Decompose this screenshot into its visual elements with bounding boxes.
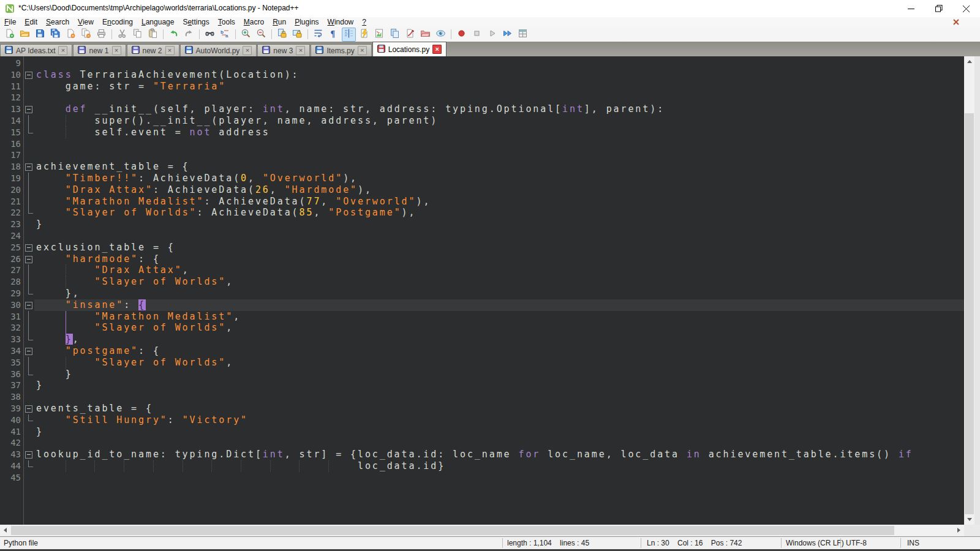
fold-collapse-icon[interactable] (24, 299, 34, 311)
fold-margin (24, 288, 34, 299)
find-button[interactable] (203, 28, 217, 42)
cut-button[interactable] (115, 28, 129, 42)
tab-close-icon[interactable]: × (165, 46, 175, 55)
tab-close-icon[interactable]: × (58, 46, 67, 55)
sync-horizontal-scrolling-button[interactable] (290, 28, 304, 42)
fold-collapse-icon[interactable] (24, 403, 34, 414)
status-typing-mode[interactable]: INS (907, 539, 919, 547)
zoom-out-button[interactable] (254, 28, 268, 42)
vertical-scrollbar-thumb[interactable] (965, 113, 974, 514)
folder-as-workspace-button[interactable] (418, 28, 432, 42)
tab-items-py[interactable]: Items.py× (311, 44, 371, 56)
status-encoding[interactable]: UTF-8 (846, 539, 867, 547)
macro-record-button[interactable] (454, 28, 469, 42)
replace-button[interactable]: ba (218, 28, 232, 42)
menu-plugins[interactable]: Plugins (290, 18, 323, 26)
menu-help[interactable]: ? (358, 18, 371, 26)
close-all-button[interactable] (79, 28, 93, 42)
zoom-in-button[interactable] (239, 28, 253, 42)
horizontal-scrollbar-thumb[interactable] (11, 526, 894, 535)
indent-guide (211, 460, 212, 472)
tab-new-3[interactable]: new 3× (257, 44, 310, 56)
word-wrap-button[interactable] (311, 28, 325, 42)
menu-view[interactable]: View (74, 18, 98, 26)
minimize-button[interactable] (897, 0, 925, 17)
code-line-25: 25exclusion_table = { (0, 242, 964, 253)
scroll-up-arrow-icon[interactable] (967, 60, 972, 63)
tab-close-icon[interactable]: × (112, 46, 121, 55)
tab-autoworld-py[interactable]: AutoWorld.py× (180, 44, 257, 56)
save-file-button[interactable] (33, 28, 47, 42)
fold-collapse-icon[interactable] (24, 161, 34, 173)
menu-window[interactable]: Window (323, 18, 358, 26)
fold-collapse-icon[interactable] (24, 242, 34, 253)
menu-run[interactable]: Run (268, 18, 290, 26)
horizontal-scrollbar[interactable] (0, 525, 964, 536)
macro-save-button[interactable] (516, 28, 530, 42)
status-cursor-info[interactable]: Ln : 30 Col : 16 Pos : 742 (647, 539, 742, 547)
undo-button[interactable] (167, 28, 181, 42)
open-file-button[interactable] (18, 28, 32, 42)
vertical-scrollbar[interactable] (964, 56, 974, 525)
user-defined-language-button[interactable] (403, 28, 417, 42)
code-text (34, 437, 964, 449)
indent-guide (299, 460, 300, 472)
menu-tools[interactable]: Tools (214, 18, 239, 26)
fold-collapse-icon[interactable] (24, 345, 34, 357)
menu-language[interactable]: Language (137, 18, 178, 26)
fold-margin (24, 219, 34, 230)
menu-edit[interactable]: Edit (20, 18, 42, 26)
redo-button[interactable] (182, 28, 196, 42)
status-bar: Python file length : 1,104 lines : 45 Ln… (0, 536, 980, 549)
macro-play-button[interactable] (485, 28, 499, 42)
function-list-button[interactable] (357, 28, 371, 42)
save-all-button[interactable] (48, 28, 62, 42)
tab-locations-py[interactable]: Locations.py× (372, 42, 447, 56)
word-wrap-icon (313, 28, 323, 41)
copy-button[interactable] (130, 28, 145, 42)
menu-search[interactable]: Search (42, 18, 74, 26)
fold-collapse-icon[interactable] (24, 103, 34, 115)
scroll-down-arrow-icon[interactable] (967, 518, 972, 521)
fold-collapse-icon[interactable] (24, 253, 34, 265)
close-document-icon[interactable] (952, 18, 960, 26)
print-button[interactable] (94, 28, 108, 42)
code-text: class TerrariaAchievement(Location): (34, 69, 964, 81)
line-number: 17 (0, 149, 24, 161)
menu-macro[interactable]: Macro (239, 18, 268, 26)
tab-ap-ideas-txt[interactable]: AP Ideas.txt× (0, 44, 72, 56)
tab-close-icon[interactable]: × (432, 45, 442, 54)
close-file-button[interactable] (64, 28, 78, 42)
menu-settings[interactable]: Settings (178, 18, 213, 26)
code-line-15: 15 self.event = not address (0, 127, 964, 138)
restore-button[interactable] (925, 0, 952, 17)
fold-margin (24, 264, 34, 276)
fold-collapse-icon[interactable] (24, 449, 34, 460)
close-button[interactable] (952, 0, 980, 17)
sync-vertical-scrolling-button[interactable] (275, 28, 289, 42)
replace-icon: ba (220, 28, 230, 41)
tab-new-1[interactable]: new 1× (73, 44, 126, 56)
paste-button[interactable] (146, 28, 160, 42)
fold-collapse-icon[interactable] (24, 69, 34, 81)
document-list-button[interactable] (388, 28, 402, 42)
show-all-characters-button[interactable]: ¶ (326, 28, 341, 42)
tab-close-icon[interactable]: × (358, 46, 367, 55)
tab-close-icon[interactable]: × (296, 46, 305, 55)
new-file-button[interactable] (2, 28, 17, 42)
tab-close-icon[interactable]: × (243, 46, 252, 55)
document-map-button[interactable] (372, 28, 386, 42)
show-indent-guide-button[interactable] (342, 28, 356, 42)
menu-encoding[interactable]: Encoding (98, 18, 137, 26)
macro-stop-button[interactable] (470, 28, 484, 42)
tab-new-2[interactable]: new 2× (127, 44, 179, 56)
document-monitor-button[interactable] (434, 28, 448, 42)
menu-bar: FileEditSearchViewEncodingLanguageSettin… (0, 17, 980, 27)
scroll-right-arrow-icon[interactable] (957, 528, 960, 533)
code-editor[interactable]: 910class TerrariaAchievement(Location):1… (0, 56, 964, 525)
file-saved-icon (5, 46, 13, 56)
scroll-left-arrow-icon[interactable] (4, 528, 7, 533)
status-eol-format[interactable]: Windows (CR LF) (786, 539, 844, 547)
macro-run-multiple-button[interactable] (500, 28, 514, 42)
menu-file[interactable]: File (0, 18, 20, 26)
